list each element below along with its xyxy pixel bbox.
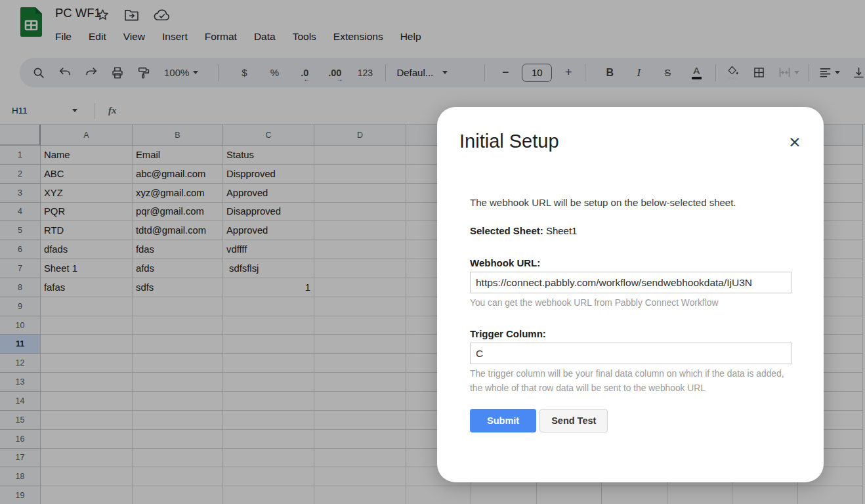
send-test-button[interactable]: Send Test [539, 409, 608, 432]
submit-button[interactable]: Submit [470, 409, 536, 432]
trigger-column-help: The trigger column will be your final da… [470, 367, 791, 396]
dialog-title: Initial Setup [459, 131, 559, 152]
intro-text: The webhook URL will be setup on the bel… [470, 197, 791, 208]
webhook-url-help: You can get the webhook URL from Pabbly … [470, 296, 791, 310]
trigger-column-label: Trigger Column: [470, 328, 791, 339]
dialog-body: The webhook URL will be setup on the bel… [470, 197, 791, 432]
selected-sheet-line: Selected Sheet: Sheet1 [470, 225, 791, 236]
trigger-column-input[interactable] [470, 343, 791, 364]
dialog-buttons: Submit Send Test [470, 409, 791, 432]
selected-sheet-label: Selected Sheet: [470, 225, 543, 236]
selected-sheet-value: Sheet1 [546, 225, 578, 236]
close-icon[interactable]: ✕ [786, 133, 804, 152]
app-window: PC WF1 File Edit View Insert Format Data… [0, 0, 865, 504]
initial-setup-dialog: Initial Setup ✕ The webhook URL will be … [437, 107, 824, 482]
webhook-url-label: Webhook URL: [470, 257, 791, 268]
webhook-url-input[interactable] [470, 272, 791, 293]
